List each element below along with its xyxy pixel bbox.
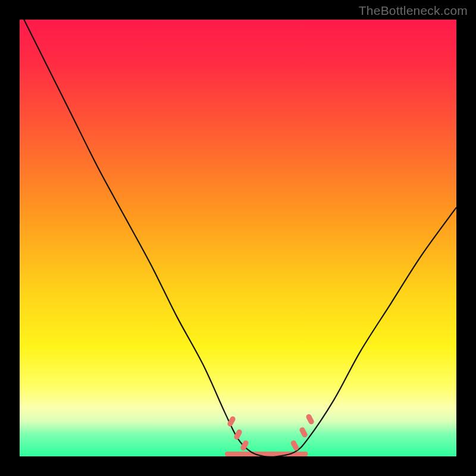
curve-path — [24, 20, 456, 456]
curve-marker — [227, 415, 236, 427]
plot-area — [20, 20, 456, 456]
watermark-text: TheBottleneck.com — [359, 4, 468, 18]
image-frame: TheBottleneck.com — [0, 0, 476, 476]
curve-marker — [305, 414, 315, 425]
curve-marker — [299, 427, 308, 439]
chart-svg — [20, 20, 456, 456]
curve-marker — [233, 428, 243, 440]
